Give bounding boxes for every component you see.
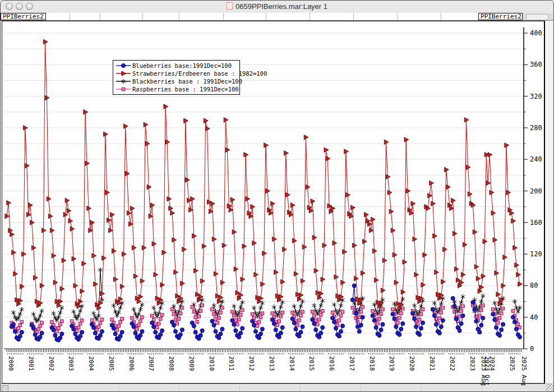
resize-grip-icon[interactable]	[546, 384, 554, 392]
legend-item: Strawberries/Erdbeeren base : 1982=100	[116, 70, 237, 77]
window-title-area: 0659PPIBerries.mar:Layer 1	[1, 2, 553, 11]
square-marker-icon	[116, 86, 131, 93]
legend-item: Blackberries base : 1991Dec=100	[116, 77, 237, 85]
sheet-tab-right[interactable]: PPIBerries2	[478, 13, 523, 20]
legend-item: Raspberries base : 1991Dec=100	[116, 85, 237, 93]
vertical-scrollbar[interactable]	[545, 21, 554, 384]
column-separator	[179, 13, 179, 20]
footer-separator	[239, 385, 240, 392]
legend-item: Blueberries base:1991Dec=100	[116, 62, 237, 70]
scrollbar-left-box[interactable]	[2, 385, 8, 392]
column-separator	[441, 13, 441, 20]
window-title: 0659PPIBerries.mar:Layer 1	[236, 2, 327, 11]
column-separator	[223, 13, 224, 20]
legend-label: Raspberries base : 1991Dec=100	[132, 86, 239, 93]
sheet-tab-left[interactable]: PPIBerries2	[1, 13, 46, 20]
column-separator	[142, 13, 143, 20]
legend: Blueberries base:1991Dec=100Strawberries…	[113, 60, 240, 95]
header-corner	[523, 13, 554, 20]
footer-separator	[361, 385, 361, 392]
column-separator	[353, 13, 354, 20]
column-separator	[397, 13, 398, 20]
legend-label: Blueberries base:1991Dec=100	[132, 62, 232, 69]
column-separator	[266, 13, 266, 20]
document-window: 0659PPIBerries.mar:Layer 1 PPIBerries2 P…	[0, 0, 554, 392]
legend-label: Strawberries/Erdbeeren base : 1982=100	[132, 70, 267, 77]
column-separator	[310, 13, 310, 20]
footer-separator	[421, 385, 422, 392]
triangle-right-marker-icon	[116, 70, 131, 77]
asterisk-marker-icon	[116, 78, 131, 85]
chart-canvas[interactable]	[2, 21, 545, 384]
footer-separator	[482, 385, 482, 392]
footer-separator	[179, 385, 179, 392]
footer-separator	[300, 385, 301, 392]
column-header-row: PPIBerries2 PPIBerries2	[1, 13, 553, 21]
horizontal-scrollbar[interactable]	[1, 384, 554, 392]
document-proxy-icon[interactable]	[227, 2, 233, 10]
title-bar[interactable]: 0659PPIBerries.mar:Layer 1	[1, 1, 553, 13]
column-separator	[70, 13, 70, 20]
header-corner-button[interactable]	[526, 14, 548, 20]
legend-label: Blackberries base : 1991Dec=100	[132, 78, 242, 85]
circle-marker-icon	[116, 62, 131, 69]
footer-separator	[118, 385, 119, 392]
column-separator	[100, 13, 100, 20]
